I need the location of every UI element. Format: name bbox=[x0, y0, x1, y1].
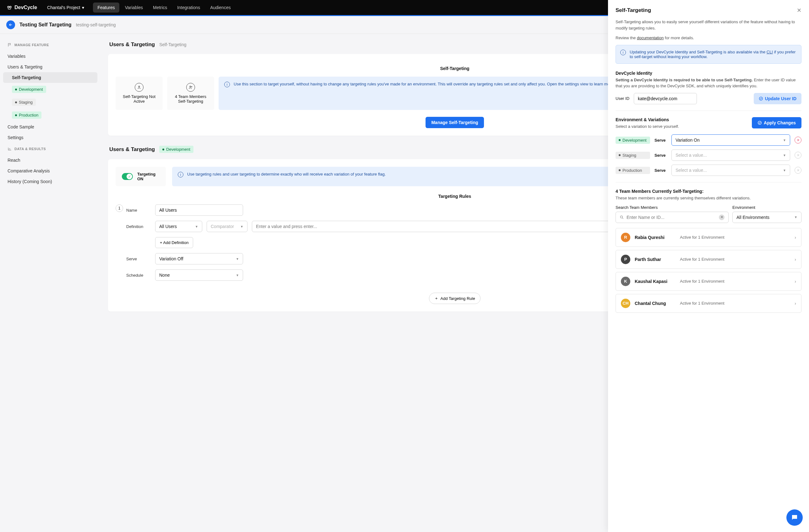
env-filter-select[interactable]: All Environments▼ bbox=[733, 212, 802, 223]
svg-point-1 bbox=[10, 6, 11, 8]
member-card[interactable]: K Kaushal Kapasi Active for 1 Environmen… bbox=[616, 272, 802, 291]
env-row-production: Production Serve Select a value...▼ ✕ bbox=[616, 165, 802, 176]
svg-point-3 bbox=[190, 86, 191, 87]
nav-variables[interactable]: Variables bbox=[121, 2, 147, 13]
member-card[interactable]: CH Chantal Chung Active for 1 Environmen… bbox=[616, 294, 802, 313]
chevron-down-icon: ▼ bbox=[195, 225, 198, 228]
sidebar-self-targeting[interactable]: Self-Targeting bbox=[3, 72, 97, 83]
nav-metrics[interactable]: Metrics bbox=[149, 2, 171, 13]
env-row-staging: Staging Serve Select a value...▼ ✕ bbox=[616, 150, 802, 161]
back-button[interactable] bbox=[6, 20, 15, 29]
sidebar-code-sample[interactable]: Code Sample bbox=[3, 122, 97, 132]
targeting-info-text: Use targeting rules and user targeting t… bbox=[187, 172, 386, 181]
search-icon bbox=[620, 215, 624, 220]
chat-icon bbox=[791, 514, 798, 521]
sidebar-reach[interactable]: Reach bbox=[3, 155, 97, 166]
definition-select[interactable]: All Users▼ bbox=[155, 221, 202, 232]
drawer-title: Self-Targeting bbox=[616, 7, 651, 14]
sidebar-production[interactable]: Production bbox=[3, 109, 97, 122]
targeting-toggle[interactable]: ✓ bbox=[122, 173, 133, 180]
sidebar: MANAGE FEATURE Variables Users & Targeti… bbox=[0, 34, 101, 532]
env-row-development: Development Serve Variation On▼ ✕ bbox=[616, 134, 802, 146]
project-selector[interactable]: Chantal's Project ▾ bbox=[47, 5, 84, 10]
chevron-right-icon: › bbox=[795, 279, 796, 284]
sidebar-development[interactable]: Development bbox=[3, 83, 97, 96]
comparator-select[interactable]: Comparator▼ bbox=[207, 221, 247, 232]
nav-integrations[interactable]: Integrations bbox=[173, 2, 204, 13]
env-filter-label: Environment bbox=[733, 205, 802, 210]
avatar: K bbox=[621, 277, 630, 286]
member-name: Kaushal Kapasi bbox=[635, 279, 675, 284]
sidebar-variables[interactable]: Variables bbox=[3, 51, 97, 62]
sidebar-settings[interactable]: Settings bbox=[3, 132, 97, 143]
update-userid-button[interactable]: Update User ID bbox=[754, 93, 802, 104]
member-status: Active for 1 Environment bbox=[680, 235, 724, 240]
chart-icon bbox=[7, 147, 12, 151]
chevron-right-icon: › bbox=[795, 301, 796, 306]
staging-serve-select[interactable]: Select a value...▼ bbox=[671, 150, 790, 161]
documentation-link[interactable]: documentation bbox=[637, 35, 664, 40]
arrow-left-icon bbox=[8, 23, 13, 27]
drawer-intro: Self-Targeting allows you to easily serv… bbox=[616, 19, 802, 31]
svg-point-6 bbox=[620, 216, 622, 218]
logo: DevCycle bbox=[6, 4, 37, 11]
schedule-select[interactable]: None▼ bbox=[155, 270, 243, 281]
panel-1-title: Users & Targeting bbox=[109, 41, 155, 48]
identity-title: DevCycle Identity bbox=[616, 71, 802, 76]
self-targeting-info-text: Use this section to target yourself, wit… bbox=[234, 82, 647, 105]
user-icon bbox=[135, 83, 143, 92]
serve-select[interactable]: Variation Off▼ bbox=[155, 253, 243, 264]
chat-widget[interactable] bbox=[786, 509, 803, 526]
userid-input[interactable] bbox=[634, 93, 697, 104]
clear-dev-button[interactable]: ✕ bbox=[795, 137, 802, 143]
avatar: R bbox=[621, 233, 630, 242]
member-name: Rabia Qureshi bbox=[635, 235, 675, 240]
chevron-down-icon: ▼ bbox=[783, 154, 786, 157]
sidebar-comparative[interactable]: Comparative Analysis bbox=[3, 166, 97, 176]
chevron-down-icon: ▼ bbox=[783, 169, 786, 172]
chevron-down-icon: ▼ bbox=[783, 138, 786, 142]
avatar: P bbox=[621, 255, 630, 264]
nav-features[interactable]: Features bbox=[93, 2, 119, 13]
cli-link[interactable]: CLI bbox=[767, 50, 773, 54]
clear-search-button[interactable]: ✕ bbox=[719, 214, 724, 220]
sidebar-history[interactable]: History (Coming Soon) bbox=[3, 176, 97, 187]
clear-staging-button[interactable]: ✕ bbox=[795, 152, 802, 159]
panel-2-title: Users & Targeting bbox=[109, 147, 155, 153]
targeting-toggle-card: ✓ Targeting ON bbox=[116, 167, 166, 186]
rule-name-input[interactable] bbox=[155, 204, 243, 216]
sidebar-users-targeting[interactable]: Users & Targeting bbox=[3, 62, 97, 72]
manage-feature-section: MANAGE FEATURE bbox=[3, 39, 97, 51]
add-definition-button[interactable]: + Add Definition bbox=[155, 237, 193, 248]
info-icon: i bbox=[224, 82, 230, 87]
self-targeting-drawer: Self-Targeting ✕ Self-Targeting allows y… bbox=[608, 0, 809, 532]
manage-self-targeting-button[interactable]: Manage Self-Targeting bbox=[426, 117, 484, 128]
flag-icon bbox=[7, 43, 12, 47]
dev-serve-select[interactable]: Variation On▼ bbox=[671, 134, 790, 146]
env-variations-title: Environment & Variations bbox=[616, 117, 679, 122]
member-card[interactable]: R Rabia Qureshi Active for 1 Environment… bbox=[616, 228, 802, 247]
clear-production-button[interactable]: ✕ bbox=[795, 167, 802, 174]
chevron-down-icon: ▼ bbox=[236, 274, 239, 277]
member-card[interactable]: P Parth Suthar Active for 1 Environment … bbox=[616, 250, 802, 269]
name-label: Name bbox=[126, 208, 151, 212]
panel-2-env: Development bbox=[166, 147, 190, 152]
plus-icon: ＋ bbox=[434, 295, 438, 301]
panel-1-sub: Self-Targeting bbox=[159, 42, 186, 47]
chevron-down-icon: ▼ bbox=[240, 225, 243, 228]
member-status: Active for 1 Environment bbox=[680, 301, 724, 306]
self-targeting-status-card: Self-Targeting NotActive bbox=[116, 76, 163, 110]
production-serve-select[interactable]: Select a value...▼ bbox=[671, 165, 790, 176]
close-icon[interactable]: ✕ bbox=[797, 7, 802, 14]
members-title: 4 Team Members Currently Self-Targeting: bbox=[616, 189, 802, 194]
nav-audiences[interactable]: Audiences bbox=[206, 2, 235, 13]
chevron-right-icon: › bbox=[795, 235, 796, 240]
user-plus-icon bbox=[186, 83, 195, 92]
add-targeting-rule-button[interactable]: ＋Add Targeting Rule bbox=[429, 293, 480, 304]
apply-changes-button[interactable]: Apply Changes bbox=[752, 117, 802, 128]
sidebar-staging[interactable]: Staging bbox=[3, 96, 97, 109]
member-name: Chantal Chung bbox=[635, 301, 675, 306]
definition-label: Definition bbox=[126, 224, 151, 229]
info-icon: i bbox=[620, 50, 626, 55]
search-members-input[interactable]: ✕ bbox=[616, 212, 728, 223]
